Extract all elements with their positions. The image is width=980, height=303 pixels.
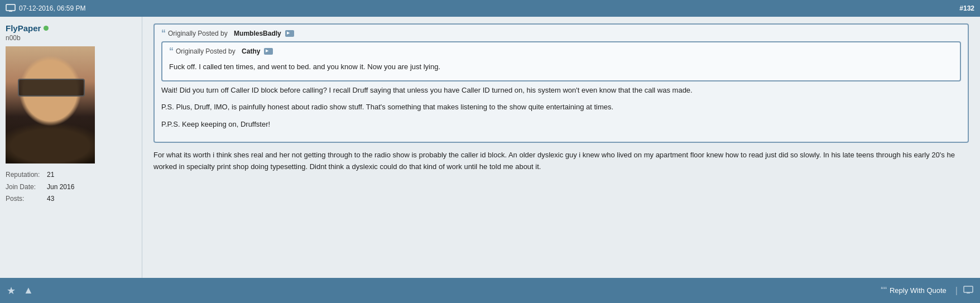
footer-left: ★ ▲ bbox=[7, 285, 33, 297]
join-date-label: Join Date: bbox=[6, 181, 45, 194]
star-icon[interactable]: ★ bbox=[7, 285, 16, 297]
outer-quote-reply-line-2: P.S. Plus, Druff, IMO, is painfully hone… bbox=[161, 102, 961, 113]
posts-label: Posts: bbox=[6, 193, 45, 205]
outer-quote-header: “ Originally Posted by MumblesBadly bbox=[161, 29, 961, 38]
inner-quote-prefix: Originally Posted by bbox=[176, 47, 236, 55]
outer-quote-reply-line-3: P.P.S. Keep keeping on, Druffster! bbox=[161, 119, 961, 131]
user-rank: n00b bbox=[6, 34, 136, 42]
post-container: 07-12-2016, 06:59 PM #132 FlyPaper n00b … bbox=[0, 0, 980, 303]
svg-rect-3 bbox=[964, 286, 973, 292]
reputation-value: 21 bbox=[47, 169, 54, 181]
main-post-text: For what its worth i think shes real and… bbox=[153, 150, 969, 173]
outer-quote-box: “ Originally Posted by MumblesBadly “ Or… bbox=[153, 23, 969, 143]
avatar bbox=[6, 46, 95, 163]
outer-quote-reply-line-1: Wait! Did you turn off Caller ID block b… bbox=[161, 85, 961, 97]
join-date-value: Jun 2016 bbox=[47, 181, 74, 194]
outer-quote-icon: “ bbox=[161, 29, 166, 38]
footer-right: ““ Reply With Quote | bbox=[877, 283, 973, 298]
inner-quote-text: Fuck off. I called ten times, and went t… bbox=[169, 59, 953, 75]
post-timestamp: 07-12-2016, 06:59 PM bbox=[19, 4, 85, 12]
outer-quote-prefix: Originally Posted by bbox=[168, 30, 228, 37]
svg-rect-0 bbox=[6, 4, 15, 11]
user-stats: Reputation: 21 Join Date: Jun 2016 Posts… bbox=[6, 169, 136, 205]
user-sidebar: FlyPaper n00b Reputation: 21 Join Date: … bbox=[0, 17, 142, 278]
inner-quote-header: “ Originally Posted by Cathy bbox=[169, 47, 953, 56]
username-text: FlyPaper bbox=[6, 23, 41, 33]
monitor-icon bbox=[6, 4, 16, 13]
inner-quote-icon: “ bbox=[169, 47, 174, 56]
post-header-bar: 07-12-2016, 06:59 PM #132 bbox=[0, 0, 980, 17]
posts-row: Posts: 43 bbox=[6, 193, 136, 205]
post-number: #132 bbox=[959, 4, 974, 12]
outer-view-post-icon[interactable] bbox=[285, 30, 294, 37]
footer-divider: | bbox=[955, 286, 958, 296]
reply-quote-label: Reply With Quote bbox=[890, 286, 947, 295]
join-date-row: Join Date: Jun 2016 bbox=[6, 181, 136, 194]
posts-value: 43 bbox=[47, 193, 54, 205]
inner-quote-author: Cathy bbox=[242, 47, 260, 55]
reply-with-quote-button[interactable]: ““ Reply With Quote bbox=[877, 283, 950, 298]
avatar-image bbox=[6, 46, 95, 163]
inner-quote-box: “ Originally Posted by Cathy Fuck off. I… bbox=[161, 41, 961, 81]
reputation-label: Reputation: bbox=[6, 169, 45, 181]
post-body: FlyPaper n00b Reputation: 21 Join Date: … bbox=[0, 17, 980, 278]
online-indicator bbox=[44, 26, 49, 31]
reply-quote-icon: ““ bbox=[881, 286, 887, 296]
post-footer-bar: ★ ▲ ““ Reply With Quote | bbox=[0, 278, 980, 303]
timestamp-area: 07-12-2016, 06:59 PM bbox=[6, 4, 85, 13]
inner-view-post-icon[interactable] bbox=[264, 48, 273, 55]
footer-mini-post-icon[interactable] bbox=[963, 286, 973, 296]
post-content-area: “ Originally Posted by MumblesBadly “ Or… bbox=[142, 17, 980, 278]
reputation-row: Reputation: 21 bbox=[6, 169, 136, 181]
outer-quote-author: MumblesBadly bbox=[234, 30, 281, 37]
username[interactable]: FlyPaper bbox=[6, 23, 136, 33]
warning-icon[interactable]: ▲ bbox=[23, 285, 33, 296]
